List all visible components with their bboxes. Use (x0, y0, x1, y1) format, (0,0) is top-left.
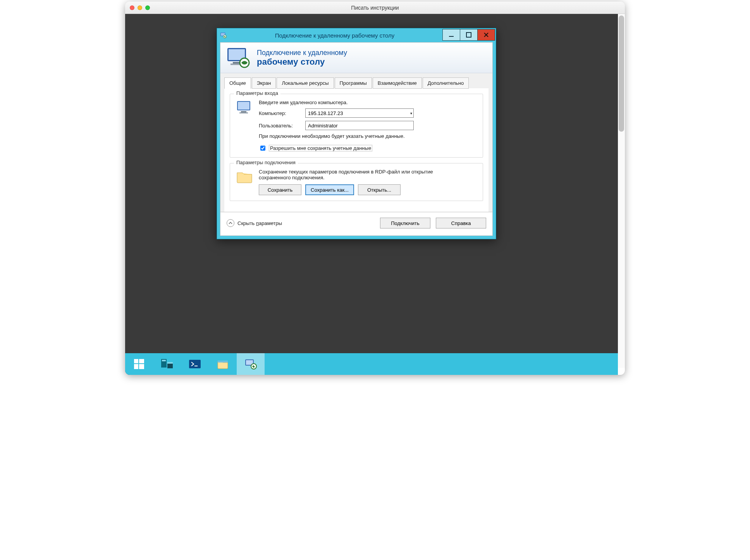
user-label: Пользователь: (259, 123, 301, 129)
minimize-button[interactable] (442, 29, 460, 41)
svg-rect-23 (194, 366, 198, 366)
svg-rect-21 (167, 362, 173, 364)
tab-local-resources[interactable]: Локальные ресурсы (277, 77, 334, 89)
rdp-titlebar[interactable]: Подключение к удаленному рабочему столу (217, 28, 496, 42)
dialog-footer: Скрыть параметры Подключить Справка (220, 212, 492, 235)
mac-zoom-button[interactable] (145, 5, 150, 10)
svg-rect-17 (139, 364, 144, 369)
allow-save-label[interactable]: Разрешить мне сохранять учетные данные (269, 145, 372, 151)
credentials-hint: При подключении необходимо будет указать… (259, 133, 421, 139)
hide-options-label: Скрыть параметры (237, 220, 282, 226)
svg-rect-14 (134, 359, 138, 363)
rdp-header: Подключение к удаленному рабочему столу (220, 43, 492, 73)
taskbar-server-manager[interactable] (153, 353, 181, 375)
connection-description: Сохранение текущих параметров подключени… (259, 169, 437, 180)
login-instruction: Введите имя удаленного компьютера. (259, 100, 477, 105)
svg-rect-19 (162, 360, 166, 361)
save-button[interactable]: Сохранить (259, 184, 301, 195)
mac-window: Писать инструкции Подключение к удаленно… (125, 2, 625, 375)
windows-desktop[interactable]: Подключение к удаленному рабочему столу (125, 14, 618, 353)
svg-rect-22 (189, 360, 201, 368)
connection-legend: Параметры подключения (234, 160, 298, 165)
mac-vertical-scrollbar[interactable] (618, 14, 625, 368)
start-button[interactable] (125, 353, 153, 375)
taskbar-rdp[interactable] (237, 353, 265, 375)
vm-viewport: Подключение к удаленному рабочему столу (125, 14, 618, 375)
tab-advanced[interactable]: Дополнительно (423, 77, 469, 89)
allow-save-checkbox[interactable] (260, 146, 265, 151)
windows-taskbar[interactable] (125, 353, 618, 375)
computer-label: Компьютер: (259, 110, 301, 116)
folder-icon (236, 169, 253, 184)
login-groupbox: Параметры входа Введите имя удаленного к… (230, 94, 483, 158)
save-as-button[interactable]: Сохранить как... (305, 184, 354, 195)
computer-icon (236, 100, 253, 116)
connection-groupbox: Параметры подключения Сохранение текущих… (230, 163, 483, 201)
chevron-up-icon (227, 219, 234, 227)
taskbar-powershell[interactable] (181, 353, 209, 375)
monitor-globe-icon (226, 46, 251, 69)
tab-general[interactable]: Общие (224, 77, 251, 89)
svg-rect-4 (466, 33, 471, 37)
login-legend: Параметры входа (234, 90, 280, 96)
maximize-button[interactable] (460, 29, 478, 41)
window-buttons (442, 30, 495, 41)
traffic-lights (130, 5, 150, 10)
tab-display[interactable]: Экран (252, 77, 276, 89)
computer-input[interactable] (305, 108, 414, 118)
header-line1: Подключение к удаленному (257, 49, 347, 57)
svg-rect-24 (218, 361, 228, 362)
rdp-dialog[interactable]: Подключение к удаленному рабочему столу (217, 28, 496, 239)
svg-rect-15 (139, 359, 144, 363)
hide-options-toggle[interactable]: Скрыть параметры (227, 219, 282, 227)
svg-rect-12 (241, 111, 246, 112)
svg-rect-16 (134, 364, 138, 369)
computer-combobox[interactable]: ▾ (305, 108, 414, 118)
svg-rect-3 (449, 36, 454, 37)
mac-window-title: Писать инструкции (125, 5, 625, 11)
mac-titlebar: Писать инструкции (125, 2, 625, 14)
svg-rect-13 (239, 112, 248, 113)
help-button[interactable]: Справка (436, 218, 486, 228)
rdp-window-title: Подключение к удаленному рабочему столу (227, 32, 442, 39)
close-button[interactable] (477, 29, 495, 41)
connect-button[interactable]: Подключить (380, 218, 430, 228)
mac-close-button[interactable] (130, 5, 134, 10)
taskbar-file-explorer[interactable] (209, 353, 237, 375)
user-input[interactable] (305, 121, 414, 130)
mac-minimize-button[interactable] (138, 5, 142, 10)
rdp-body: Подключение к удаленному рабочему столу … (220, 42, 493, 236)
tab-programs[interactable]: Программы (335, 77, 372, 89)
tab-content: Параметры входа Введите имя удаленного к… (224, 88, 489, 212)
open-button[interactable]: Открыть... (358, 184, 401, 195)
svg-rect-11 (238, 102, 249, 110)
svg-rect-20 (167, 364, 173, 368)
tab-strip: Общие Экран Локальные ресурсы Программы … (220, 73, 492, 212)
rdp-app-icon (220, 32, 227, 39)
header-line2: рабочему столу (257, 57, 347, 67)
tab-experience[interactable]: Взаимодействие (373, 77, 422, 89)
